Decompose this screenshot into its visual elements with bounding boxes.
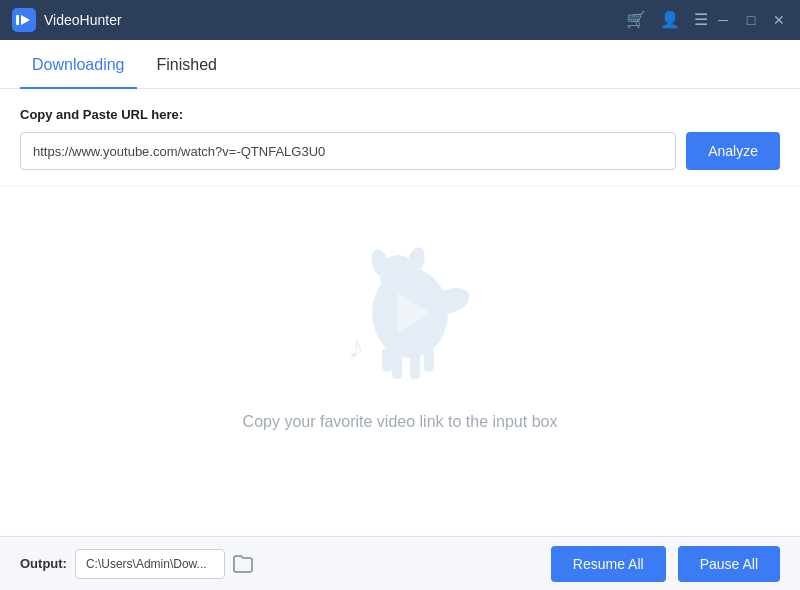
empty-icon: ♪ <box>320 233 480 393</box>
user-icon[interactable]: 👤 <box>660 12 680 28</box>
svg-text:♪: ♪ <box>348 329 364 365</box>
titlebar: VideoHunter 🛒 👤 ☰ ─ □ ✕ <box>0 0 800 40</box>
minimize-button[interactable]: ─ <box>714 12 732 28</box>
url-section-label: Copy and Paste URL here: <box>20 107 780 122</box>
footer-bar: Output: C:\Users\Admin\Dow... Resume All… <box>0 536 800 590</box>
output-path: C:\Users\Admin\Dow... <box>75 549 225 579</box>
resume-all-button[interactable]: Resume All <box>551 546 666 582</box>
svg-rect-11 <box>424 348 434 372</box>
app-logo <box>12 8 36 32</box>
analyze-button[interactable]: Analyze <box>686 132 780 170</box>
main-content: Downloading Finished Copy and Paste URL … <box>0 40 800 536</box>
footer-actions: Resume All Pause All <box>551 546 780 582</box>
svg-rect-2 <box>16 15 19 25</box>
empty-state: ♪ Copy your favorite video link to the i… <box>0 187 800 536</box>
url-input-row: Analyze <box>20 132 780 170</box>
url-section: Copy and Paste URL here: Analyze <box>0 89 800 187</box>
svg-rect-8 <box>392 351 402 379</box>
titlebar-icon-group: 🛒 👤 ☰ <box>626 12 708 28</box>
empty-message: Copy your favorite video link to the inp… <box>243 413 558 431</box>
url-input[interactable] <box>20 132 676 170</box>
output-label: Output: <box>20 556 67 571</box>
tabs-bar: Downloading Finished <box>0 40 800 89</box>
cart-icon[interactable]: 🛒 <box>626 12 646 28</box>
tab-finished[interactable]: Finished <box>145 40 229 88</box>
folder-browse-button[interactable] <box>233 555 253 573</box>
svg-rect-9 <box>410 351 420 379</box>
menu-icon[interactable]: ☰ <box>694 12 708 28</box>
pause-all-button[interactable]: Pause All <box>678 546 780 582</box>
svg-rect-10 <box>382 348 392 372</box>
tab-downloading[interactable]: Downloading <box>20 40 137 88</box>
window-controls: ─ □ ✕ <box>714 12 788 28</box>
close-button[interactable]: ✕ <box>770 12 788 28</box>
maximize-button[interactable]: □ <box>742 12 760 28</box>
app-title: VideoHunter <box>44 12 626 28</box>
